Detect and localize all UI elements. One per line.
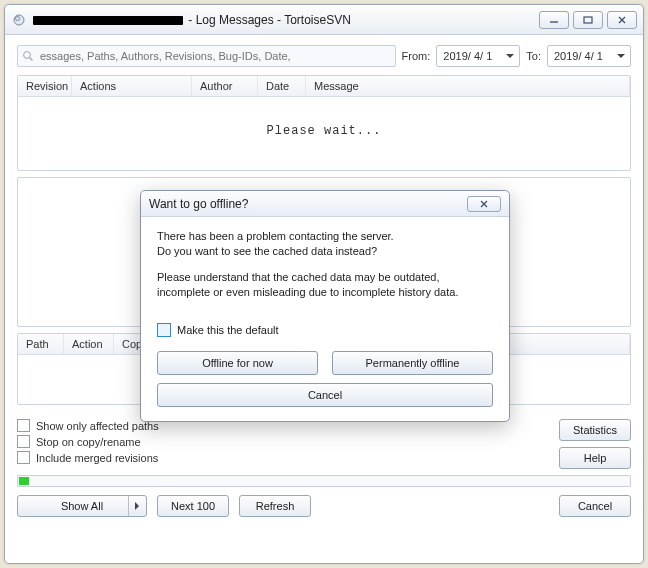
main-window: - Log Messages - TortoiseSVN From: 2019/… bbox=[4, 4, 644, 564]
svg-point-6 bbox=[24, 52, 31, 59]
refresh-button[interactable]: Refresh bbox=[239, 495, 311, 517]
loading-text: Please wait... bbox=[18, 97, 630, 165]
dialog-title: Want to go offline? bbox=[149, 197, 248, 211]
col-actions[interactable]: Actions bbox=[72, 76, 192, 96]
from-date-combo[interactable]: 2019/ 4/ 1 bbox=[436, 45, 520, 67]
app-icon bbox=[11, 12, 27, 28]
col-path[interactable]: Path bbox=[18, 334, 64, 354]
cancel-button[interactable]: Cancel bbox=[559, 495, 631, 517]
svg-rect-3 bbox=[584, 17, 592, 23]
offline-now-button[interactable]: Offline for now bbox=[157, 351, 318, 375]
close-button[interactable] bbox=[607, 11, 637, 29]
filter-search[interactable] bbox=[17, 45, 396, 67]
client-area: From: 2019/ 4/ 1 To: 2019/ 4/ 1 Revision… bbox=[5, 35, 643, 563]
show-all-button[interactable]: Show All bbox=[17, 495, 147, 517]
maximize-button[interactable] bbox=[573, 11, 603, 29]
titlebar[interactable]: - Log Messages - TortoiseSVN bbox=[5, 5, 643, 35]
log-list[interactable]: Revision Actions Author Date Message Ple… bbox=[17, 75, 631, 171]
progress-bar bbox=[17, 475, 631, 487]
log-list-header[interactable]: Revision Actions Author Date Message bbox=[18, 76, 630, 97]
dialog-close-button[interactable] bbox=[467, 196, 501, 212]
help-button[interactable]: Help bbox=[559, 447, 631, 469]
next-100-button[interactable]: Next 100 bbox=[157, 495, 229, 517]
dialog-titlebar[interactable]: Want to go offline? bbox=[141, 191, 509, 217]
to-date-combo[interactable]: 2019/ 4/ 1 bbox=[547, 45, 631, 67]
col-author[interactable]: Author bbox=[192, 76, 258, 96]
make-default-checkbox[interactable]: Make this the default bbox=[157, 323, 493, 337]
include-merged-checkbox[interactable]: Include merged revisions bbox=[17, 451, 545, 464]
show-all-dropdown-icon[interactable] bbox=[128, 496, 146, 516]
filter-input[interactable] bbox=[38, 49, 391, 63]
search-icon bbox=[22, 50, 34, 62]
dialog-cancel-button[interactable]: Cancel bbox=[157, 383, 493, 407]
col-path-action[interactable]: Action bbox=[64, 334, 114, 354]
window-title: - Log Messages - TortoiseSVN bbox=[33, 13, 533, 27]
progress-chunk bbox=[19, 477, 29, 485]
minimize-button[interactable] bbox=[539, 11, 569, 29]
filter-bar: From: 2019/ 4/ 1 To: 2019/ 4/ 1 bbox=[17, 45, 631, 67]
dialog-message-1: There has been a problem contacting the … bbox=[157, 229, 493, 260]
stop-copy-checkbox[interactable]: Stop on copy/rename bbox=[17, 435, 545, 448]
statistics-button[interactable]: Statistics bbox=[559, 419, 631, 441]
permanently-offline-button[interactable]: Permanently offline bbox=[332, 351, 493, 375]
to-label: To: bbox=[526, 50, 541, 62]
svg-line-7 bbox=[30, 58, 33, 61]
col-revision[interactable]: Revision bbox=[18, 76, 72, 96]
col-date[interactable]: Date bbox=[258, 76, 306, 96]
col-message[interactable]: Message bbox=[306, 76, 630, 96]
offline-dialog: Want to go offline? There has been a pro… bbox=[140, 190, 510, 422]
from-label: From: bbox=[402, 50, 431, 62]
dialog-message-2: Please understand that the cached data m… bbox=[157, 270, 493, 301]
